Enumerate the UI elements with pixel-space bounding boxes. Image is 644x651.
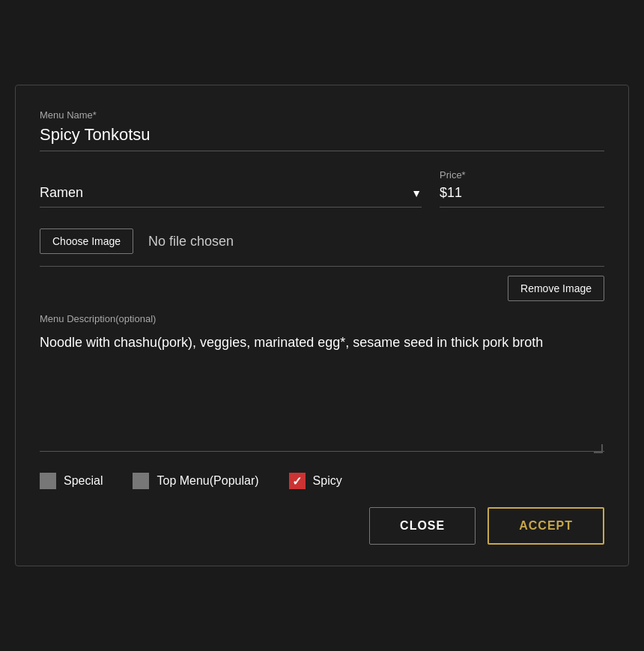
top-menu-label: Top Menu(Popular) xyxy=(157,474,258,488)
remove-image-button[interactable]: Remove Image xyxy=(508,276,604,301)
special-label: Special xyxy=(64,474,103,488)
price-value: $11 xyxy=(440,185,604,208)
category-dropdown[interactable]: Ramen ▼ xyxy=(40,185,422,208)
menu-name-label: Menu Name* xyxy=(40,109,604,121)
description-textarea-wrapper xyxy=(40,332,604,455)
special-checkbox[interactable] xyxy=(40,473,56,489)
choose-image-button[interactable]: Choose Image xyxy=(40,228,133,254)
spicy-checkbox[interactable] xyxy=(289,473,306,489)
category-price-row: Ramen ▼ Price* $11 xyxy=(40,169,604,208)
description-section: Menu Description(optional) xyxy=(40,313,604,455)
price-field: Price* $11 xyxy=(440,169,604,208)
top-menu-checkbox[interactable] xyxy=(133,473,149,489)
price-label: Price* xyxy=(440,169,604,181)
description-textarea[interactable] xyxy=(40,332,604,452)
chevron-down-icon: ▼ xyxy=(411,187,422,199)
buttons-section: CLOSE ACCEPT xyxy=(40,507,604,545)
modal-container: Menu Name* Spicy Tonkotsu Ramen ▼ Price*… xyxy=(15,85,629,566)
file-name-text: No file chosen xyxy=(148,234,234,249)
remove-image-section: Remove Image xyxy=(40,276,604,301)
spicy-checkbox-item: Spicy xyxy=(289,473,342,489)
special-checkbox-item: Special xyxy=(40,473,103,489)
accept-button[interactable]: ACCEPT xyxy=(487,507,604,545)
category-field: Ramen ▼ xyxy=(40,185,422,208)
description-label: Menu Description(optional) xyxy=(40,313,604,324)
spicy-label: Spicy xyxy=(313,474,342,488)
menu-name-section: Menu Name* Spicy Tonkotsu xyxy=(40,109,604,151)
category-value: Ramen xyxy=(40,185,83,201)
close-button[interactable]: CLOSE xyxy=(369,507,476,545)
top-menu-checkbox-item: Top Menu(Popular) xyxy=(133,473,258,489)
menu-name-value: Spicy Tonkotsu xyxy=(40,125,604,151)
image-section: Choose Image No file chosen xyxy=(40,228,604,267)
checkboxes-section: Special Top Menu(Popular) Spicy xyxy=(40,473,604,489)
